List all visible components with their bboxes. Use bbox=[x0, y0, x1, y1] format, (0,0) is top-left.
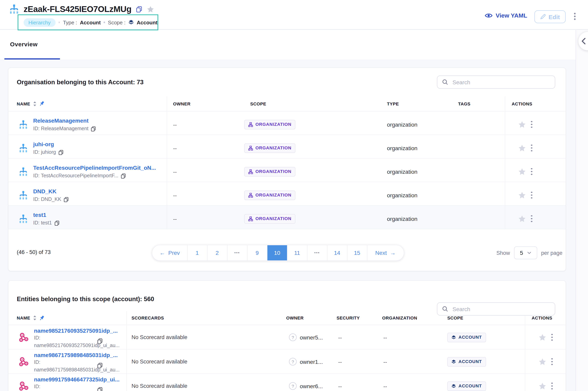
entity-icon bbox=[18, 357, 29, 367]
separator-dot bbox=[104, 21, 105, 23]
org-name-link[interactable]: ReleaseManagement bbox=[33, 117, 89, 124]
chevron-down-icon bbox=[527, 252, 531, 254]
page-ellipsis: ••• bbox=[227, 245, 247, 260]
organization-cell: -- bbox=[382, 374, 447, 391]
search-icon bbox=[442, 306, 448, 312]
copy-icon[interactable] bbox=[97, 387, 103, 391]
favorite-star-icon[interactable] bbox=[518, 168, 526, 176]
favorite-star-icon[interactable] bbox=[538, 382, 546, 390]
sort-icon[interactable] bbox=[33, 315, 36, 320]
search-input[interactable] bbox=[452, 305, 550, 312]
copy-icon[interactable] bbox=[91, 126, 96, 131]
org-name-link[interactable]: TestAccResourcePipelineImportFromGit_oN.… bbox=[33, 165, 156, 171]
owner-cell: -- bbox=[167, 182, 242, 205]
favorite-star-icon[interactable] bbox=[518, 144, 526, 152]
org-name-link[interactable]: DND_KK bbox=[33, 188, 57, 195]
copy-icon[interactable] bbox=[64, 197, 69, 202]
entity-name-link[interactable]: name9991759466477325idp_ui... bbox=[34, 376, 120, 383]
favorite-star-icon[interactable] bbox=[538, 333, 546, 341]
row-kebab-menu[interactable] bbox=[550, 381, 554, 391]
pin-icon[interactable] bbox=[39, 315, 44, 320]
row-kebab-menu[interactable] bbox=[550, 357, 554, 367]
owner-cell: -- bbox=[167, 111, 242, 135]
tags-cell bbox=[453, 135, 505, 158]
org-id: ID: ReleaseManagement bbox=[33, 125, 89, 132]
entities-search[interactable] bbox=[437, 302, 555, 315]
copy-icon[interactable] bbox=[54, 220, 59, 225]
unknown-owner-icon: ? bbox=[289, 333, 296, 341]
entity-name-link[interactable]: name98671759898485031idp_... bbox=[34, 351, 120, 359]
entity-id-value: name98671759898485031idp_ui_au... bbox=[34, 366, 120, 374]
row-kebab-menu[interactable] bbox=[529, 214, 534, 224]
copy-icon[interactable] bbox=[136, 6, 142, 12]
table-row[interactable]: test1 ID: test1 -- ORGANIZATION organiza… bbox=[8, 206, 566, 229]
tags-cell bbox=[453, 182, 505, 205]
copy-icon[interactable] bbox=[121, 173, 126, 178]
page-button[interactable]: 2 bbox=[207, 245, 227, 260]
header-kebab-menu[interactable] bbox=[573, 11, 577, 21]
favorite-star-icon[interactable] bbox=[518, 191, 526, 199]
row-kebab-menu[interactable] bbox=[550, 332, 554, 342]
favorite-star-icon[interactable] bbox=[518, 120, 526, 128]
org-id: ID: test1 bbox=[33, 220, 52, 226]
owner-cell: -- bbox=[167, 206, 242, 229]
page-button-active[interactable]: 10 bbox=[267, 245, 287, 260]
scope-badge: ORGANIZATION bbox=[244, 120, 295, 129]
copy-icon[interactable] bbox=[58, 150, 64, 155]
page-button[interactable]: 1 bbox=[187, 245, 207, 260]
organisations-search[interactable] bbox=[437, 76, 555, 89]
prev-page-button[interactable]: ←Prev bbox=[152, 245, 187, 260]
type-cell: organization bbox=[382, 135, 453, 158]
page-button[interactable]: 15 bbox=[347, 245, 367, 260]
organization-cell: -- bbox=[382, 349, 447, 374]
table-row[interactable]: name98671759898485031idp_... ID: name986… bbox=[8, 349, 566, 374]
owner-name: owner6... bbox=[300, 383, 323, 389]
pin-icon[interactable] bbox=[39, 101, 44, 106]
org-id: ID: juhiorg bbox=[33, 149, 56, 155]
sort-icon[interactable] bbox=[33, 101, 36, 106]
table-row[interactable]: TestAccResourcePipelineImportFromGit_oN.… bbox=[8, 159, 566, 182]
row-kebab-menu[interactable] bbox=[529, 167, 534, 177]
type-cell: organization bbox=[382, 111, 453, 135]
row-kebab-menu[interactable] bbox=[529, 143, 534, 153]
page-button[interactable]: 9 bbox=[247, 245, 267, 260]
scope-value: Account bbox=[137, 19, 157, 25]
owner-cell: -- bbox=[167, 135, 242, 158]
table-row[interactable]: DND_KK ID: DND_KK -- ORGANIZATION organi… bbox=[8, 182, 566, 206]
org-name-link[interactable]: test1 bbox=[33, 212, 46, 218]
favorite-star-icon[interactable] bbox=[147, 5, 154, 13]
copy-icon[interactable] bbox=[97, 338, 103, 344]
page-button[interactable]: 14 bbox=[327, 245, 347, 260]
favorite-star-icon[interactable] bbox=[518, 215, 526, 223]
table-row[interactable]: name9991759466477325idp_ui... ID: name99… bbox=[8, 374, 566, 391]
row-kebab-menu[interactable] bbox=[529, 119, 534, 130]
table-row[interactable]: ReleaseManagement ID: ReleaseManagement … bbox=[8, 111, 566, 135]
scope-badge: ORGANIZATION bbox=[244, 143, 295, 153]
page-ellipsis: ••• bbox=[307, 245, 327, 260]
page-size-select[interactable]: 5 bbox=[514, 246, 537, 259]
page-button[interactable]: 11 bbox=[287, 245, 307, 260]
entities-card: Entities belonging to this scope (accoun… bbox=[8, 280, 566, 391]
row-kebab-menu[interactable] bbox=[529, 190, 534, 200]
tab-overview[interactable]: Overview bbox=[10, 41, 38, 48]
table-row[interactable]: name98521760935275091idp_... ID: name985… bbox=[8, 325, 566, 349]
hierarchy-chip[interactable]: Hierarchy bbox=[23, 18, 55, 27]
separator-dot bbox=[59, 21, 60, 23]
org-name-link[interactable]: juhi-org bbox=[33, 141, 54, 147]
next-page-button[interactable]: Next→ bbox=[367, 245, 404, 260]
favorite-star-icon[interactable] bbox=[538, 358, 546, 366]
org-id: ID: DND_KK bbox=[33, 196, 61, 202]
scope-badge: ACCOUNT bbox=[447, 332, 486, 342]
search-icon bbox=[442, 79, 448, 85]
entity-icon bbox=[18, 332, 29, 343]
view-yaml-link[interactable]: View YAML bbox=[485, 12, 527, 19]
scope-badge: ACCOUNT bbox=[447, 381, 486, 391]
search-input[interactable] bbox=[452, 79, 550, 86]
scorecards-cell: No Scorecard available bbox=[127, 349, 286, 374]
type-cell: organization bbox=[382, 159, 453, 182]
copy-icon[interactable] bbox=[97, 363, 103, 368]
organisations-table-header: NAME OWNER SCOPE TYPE TAGS ACTIONS bbox=[8, 96, 566, 111]
entity-name-link[interactable]: name98521760935275091idp_... bbox=[34, 327, 120, 334]
edit-button[interactable]: Edit bbox=[534, 10, 566, 23]
table-row[interactable]: juhi-org ID: juhiorg -- ORGANIZATION org… bbox=[8, 135, 566, 159]
